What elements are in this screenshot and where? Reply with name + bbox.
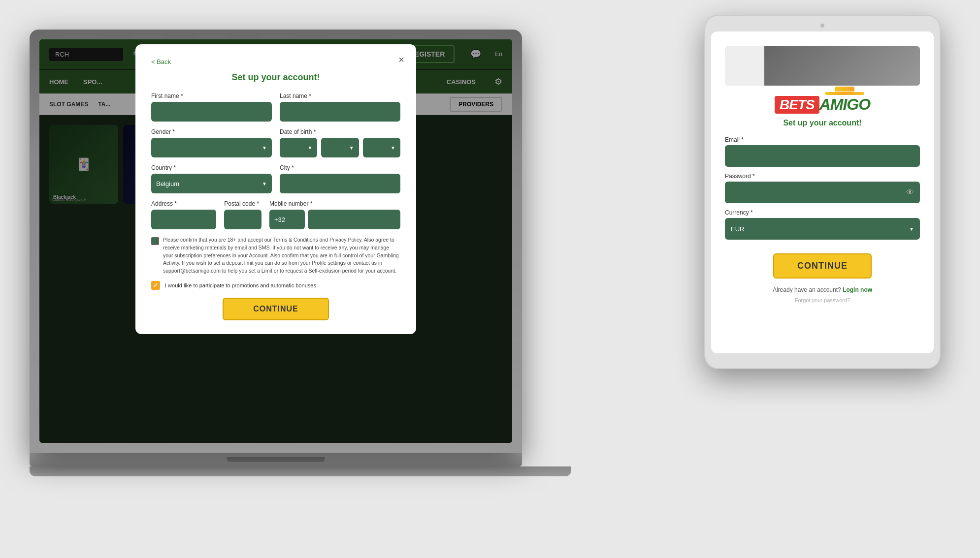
- dob-month-select[interactable]: [321, 138, 359, 157]
- last-name-group: Last name *: [280, 93, 400, 122]
- country-select[interactable]: Belgium: [151, 174, 272, 193]
- tablet-screen: BETS AMIGO Set up your account! Email *: [711, 31, 934, 353]
- tablet-email-group: Email *: [725, 136, 920, 167]
- last-name-label: Last name *: [280, 93, 400, 99]
- registration-modal: < Back × Set up your account! First name…: [135, 44, 416, 334]
- forgot-password-link[interactable]: Forgot your password?: [795, 297, 850, 303]
- country-group: Country * Belgium: [151, 164, 272, 193]
- tablet-form: Email * Password * 👁 Currency * EUR: [725, 136, 920, 246]
- laptop-base: [30, 453, 522, 466]
- close-button[interactable]: ×: [398, 54, 404, 65]
- logo-amigo-wrapper: AMIGO: [819, 95, 870, 114]
- terms-container: Please confirm that you are 18+ and acce…: [151, 236, 400, 275]
- city-input[interactable]: [280, 174, 400, 193]
- laptop-body: 🔍 REGISTER 💬 En HOME SPO... CASINOS ⚙ SL…: [30, 30, 522, 453]
- already-account-text: Already have an account? Login now: [773, 286, 872, 293]
- promo-label: I would like to participate to promotion…: [165, 282, 318, 288]
- laptop-notch: [227, 457, 325, 462]
- tablet-password-label: Password *: [725, 173, 920, 180]
- tablet-password-group: Password * 👁: [725, 173, 920, 203]
- dob-group: Date of birth *: [280, 128, 400, 157]
- tablet-currency-wrapper: EUR: [725, 218, 920, 240]
- city-label: City *: [280, 164, 400, 171]
- promo-checkbox[interactable]: ✓: [151, 281, 160, 290]
- postal-group: Postal code *: [224, 200, 261, 229]
- address-group: Address *: [151, 200, 216, 229]
- first-name-group: First name *: [151, 93, 272, 122]
- postal-label: Postal code *: [224, 200, 261, 207]
- address-row: Address * Postal code * Mobile number *: [151, 200, 400, 229]
- terms-text: Please confirm that you are 18+ and acce…: [163, 236, 400, 275]
- postal-input[interactable]: [224, 210, 261, 229]
- login-now-link[interactable]: Login now: [843, 286, 872, 293]
- gender-dob-row: Gender * Male Female Date of birth *: [151, 128, 400, 157]
- betsamigo-logo: BETS AMIGO: [775, 95, 870, 114]
- tablet-password-wrapper: 👁: [725, 182, 920, 203]
- address-input[interactable]: [151, 210, 216, 229]
- tablet-currency-display[interactable]: EUR: [725, 218, 920, 240]
- phone-prefix-input[interactable]: [269, 210, 305, 229]
- first-name-input[interactable]: [151, 102, 272, 122]
- city-group: City *: [280, 164, 400, 193]
- last-name-input[interactable]: [280, 102, 400, 122]
- tablet-email-input[interactable]: [725, 145, 920, 167]
- modal-title: Set up your account!: [151, 72, 400, 83]
- country-select-wrapper: Belgium: [151, 174, 272, 193]
- hat-top: [835, 87, 854, 92]
- gender-group: Gender * Male Female: [151, 128, 272, 157]
- country-label: Country *: [151, 164, 272, 171]
- modal-overlay: < Back × Set up your account! First name…: [39, 39, 512, 443]
- tablet-password-input[interactable]: [725, 182, 920, 203]
- name-row: First name * Last name *: [151, 93, 400, 122]
- laptop-screen: 🔍 REGISTER 💬 En HOME SPO... CASINOS ⚙ SL…: [39, 39, 512, 443]
- phone-row: [269, 210, 400, 229]
- dob-day-select[interactable]: [280, 138, 317, 157]
- dob-month-wrapper: [321, 138, 359, 157]
- tablet-currency-group: Currency * EUR: [725, 209, 920, 240]
- tablet-email-label: Email *: [725, 136, 920, 143]
- gender-select[interactable]: Male Female: [151, 138, 272, 157]
- dob-day-wrapper: [280, 138, 317, 157]
- gender-label: Gender *: [151, 128, 272, 135]
- phone-number-input[interactable]: [308, 210, 400, 229]
- gender-select-wrapper: Male Female: [151, 138, 272, 157]
- tablet-camera: [820, 24, 824, 28]
- mobile-label: Mobile number *: [269, 200, 400, 207]
- tablet-img-left: [725, 46, 764, 86]
- continue-button[interactable]: CONTINUE: [223, 298, 329, 320]
- dob-year-select[interactable]: [363, 138, 400, 157]
- laptop-bottom: [30, 466, 571, 476]
- terms-checkbox[interactable]: [151, 237, 159, 245]
- country-city-row: Country * Belgium City *: [151, 164, 400, 193]
- tablet-body: BETS AMIGO Set up your account! Email *: [704, 15, 941, 369]
- tablet-top-image: [725, 46, 920, 86]
- logo-hat: [819, 87, 870, 95]
- tablet-continue-button[interactable]: CONTINUE: [773, 253, 872, 279]
- first-name-label: First name *: [151, 93, 272, 99]
- mobile-group: Mobile number *: [269, 200, 400, 229]
- tablet-img-right: [764, 46, 920, 86]
- tablet-title: Set up your account!: [783, 119, 861, 127]
- promo-row: ✓ I would like to participate to promoti…: [151, 281, 400, 290]
- logo-bets-text: BETS: [775, 96, 819, 114]
- eye-icon[interactable]: 👁: [906, 188, 914, 197]
- dob-selects: [280, 138, 400, 157]
- logo-amigo-text: AMIGO: [819, 95, 870, 113]
- back-button[interactable]: < Back: [151, 58, 400, 65]
- tablet: BETS AMIGO Set up your account! Email *: [704, 15, 941, 369]
- laptop: 🔍 REGISTER 💬 En HOME SPO... CASINOS ⚙ SL…: [30, 30, 547, 512]
- dob-year-wrapper: [363, 138, 400, 157]
- hat-brim: [825, 92, 864, 95]
- tablet-currency-label: Currency *: [725, 209, 920, 216]
- address-label: Address *: [151, 200, 216, 207]
- dob-label: Date of birth *: [280, 128, 400, 135]
